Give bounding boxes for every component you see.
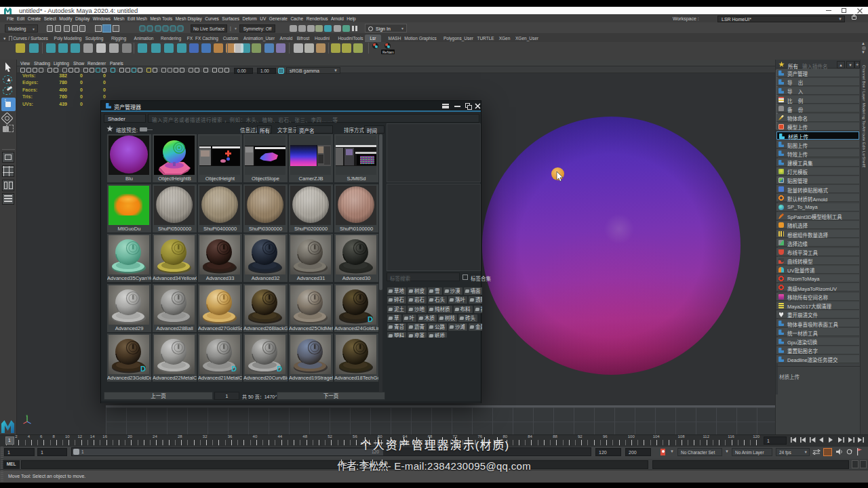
svg-text:D: D bbox=[277, 365, 282, 373]
svg-text:D: D bbox=[368, 315, 373, 323]
svg-text:y: y bbox=[26, 414, 28, 417]
svg-text:D: D bbox=[140, 365, 146, 373]
svg-text:D: D bbox=[231, 365, 237, 373]
